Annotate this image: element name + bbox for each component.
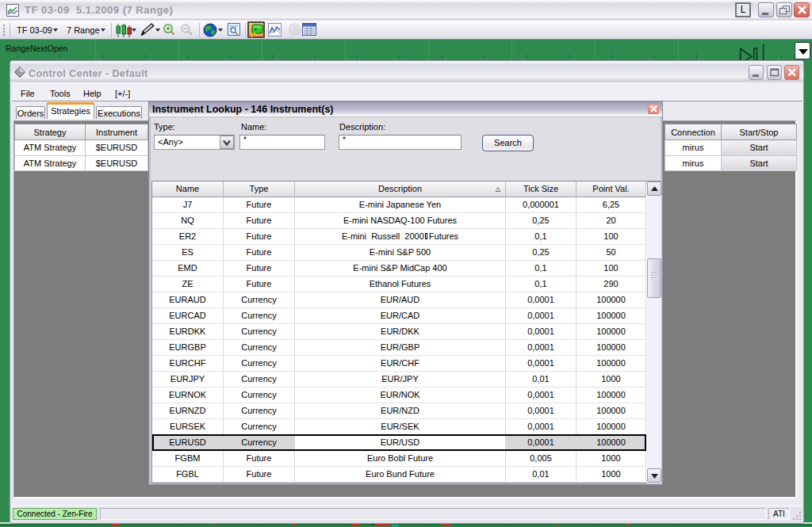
- svg-text:S: S: [293, 25, 298, 34]
